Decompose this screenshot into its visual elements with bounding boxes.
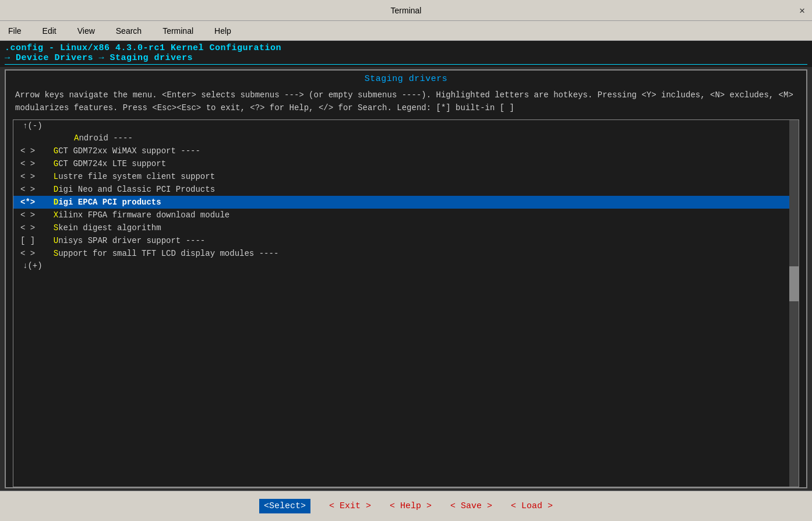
exit-button[interactable]: < Exit > bbox=[329, 501, 371, 511]
item-first-char: A bbox=[74, 133, 79, 143]
terminal-area: .config - Linux/x86 4.3.0-rc1 Kernel Con… bbox=[0, 41, 812, 521]
select-button[interactable]: <Select> bbox=[259, 499, 310, 513]
item-first-char: S bbox=[54, 223, 58, 233]
item-first-char: U bbox=[54, 236, 58, 245]
item-first-char: X bbox=[54, 210, 58, 220]
item-first-char: G bbox=[54, 159, 58, 168]
list-item[interactable]: < > Digi Neo and Classic PCI Products bbox=[13, 183, 799, 196]
help-button[interactable]: < Help > bbox=[390, 501, 432, 511]
scrollbar[interactable] bbox=[789, 120, 799, 487]
list-item[interactable]: [ ] Unisys SPAR driver support ---- bbox=[13, 234, 799, 247]
item-first-char: D bbox=[54, 185, 58, 194]
menu-items-list: Android ---- < > GCT GDM72xx WiMAX suppo… bbox=[13, 132, 799, 260]
config-window: Staging drivers Arrow keys navigate the … bbox=[5, 69, 807, 488]
list-item[interactable]: Android ---- bbox=[13, 132, 799, 145]
close-button[interactable]: ✕ bbox=[799, 5, 805, 16]
breadcrumb-line2: → Device Drivers → Staging drivers bbox=[5, 53, 807, 63]
title-bar: Terminal ✕ bbox=[0, 0, 812, 21]
list-item[interactable]: < > GCT GDM72xx WiMAX support ---- bbox=[13, 145, 799, 157]
save-button[interactable]: < Save > bbox=[450, 501, 492, 511]
window-title: Terminal bbox=[391, 6, 422, 15]
item-first-char: S bbox=[54, 249, 58, 258]
bottom-bar: <Select> < Exit > < Help > < Save > < Lo… bbox=[0, 491, 812, 521]
menu-terminal[interactable]: Terminal bbox=[159, 25, 197, 37]
scroll-up-indicator: ↑(-) bbox=[13, 120, 799, 132]
config-window-title: Staging drivers bbox=[6, 71, 806, 86]
list-item[interactable]: < > Lustre file system client support bbox=[13, 170, 799, 183]
list-item-selected[interactable]: <*> Digi EPCA PCI products bbox=[13, 196, 799, 209]
breadcrumb-line1: .config - Linux/x86 4.3.0-rc1 Kernel Con… bbox=[5, 43, 807, 53]
list-item[interactable]: < > Xilinx FPGA firmware download module bbox=[13, 209, 799, 221]
list-item[interactable]: < > Skein digest algorithm bbox=[13, 221, 799, 234]
breadcrumb-nav: → Device Drivers → Staging drivers bbox=[5, 53, 193, 63]
menu-bar: File Edit View Search Terminal Help bbox=[0, 21, 812, 41]
list-container: ↑(-) Android ---- < > GCT GDM72xx WiMAX … bbox=[13, 119, 799, 487]
load-button[interactable]: < Load > bbox=[511, 501, 553, 511]
scrollbar-thumb[interactable] bbox=[789, 266, 799, 301]
list-item[interactable]: < > GCT GDM724x LTE support bbox=[13, 157, 799, 170]
breadcrumb-area: .config - Linux/x86 4.3.0-rc1 Kernel Con… bbox=[0, 41, 812, 67]
scroll-down-indicator: ↓(+) bbox=[13, 260, 799, 272]
item-first-char: D bbox=[54, 198, 58, 207]
list-item[interactable]: < > Support for small TFT LCD display mo… bbox=[13, 247, 799, 260]
menu-search[interactable]: Search bbox=[112, 25, 145, 37]
item-first-char: G bbox=[54, 146, 58, 156]
item-first-char: L bbox=[54, 172, 58, 181]
menu-file[interactable]: File bbox=[5, 25, 25, 37]
breadcrumb-underline bbox=[5, 64, 807, 65]
help-text: Arrow keys navigate the menu. <Enter> se… bbox=[6, 86, 806, 119]
menu-help[interactable]: Help bbox=[211, 25, 235, 37]
menu-edit[interactable]: Edit bbox=[39, 25, 60, 37]
menu-view[interactable]: View bbox=[74, 25, 98, 37]
